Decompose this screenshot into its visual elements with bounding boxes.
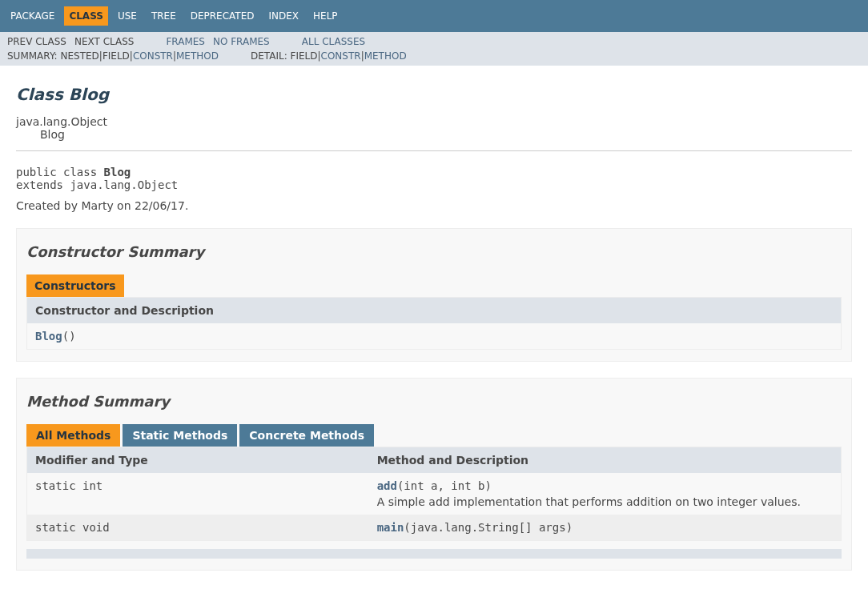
page-title: Class Blog: [16, 85, 852, 104]
method-summary-heading: Method Summary: [26, 393, 842, 410]
table-row: Blog(): [27, 323, 842, 350]
constructor-link[interactable]: Blog: [35, 330, 62, 343]
method-col2-header: Method and Description: [369, 447, 842, 474]
tab-concrete-methods[interactable]: Concrete Methods: [239, 424, 374, 447]
topnav-link-index[interactable]: INDEX: [269, 10, 299, 22]
table-row: static intadd(int a, int b)A simple add …: [27, 473, 842, 515]
topnav-item-package[interactable]: PACKAGE: [6, 6, 59, 26]
method-description: A simple add implementation that perform…: [377, 495, 833, 508]
method-params: (java.lang.String[] args): [404, 521, 573, 534]
inheritance-tree: java.lang.Object Blog: [16, 115, 852, 141]
method-col1-header: Modifier and Type: [27, 447, 369, 474]
summary-nested: NESTED: [61, 50, 99, 62]
summary-constr-link[interactable]: CONSTR: [133, 50, 173, 62]
inheritance-child: Blog: [16, 128, 852, 141]
method-summary-block: Method Summary All MethodsStatic Methods…: [16, 378, 852, 571]
topnav-link-use[interactable]: USE: [118, 10, 137, 22]
topnav-item-tree[interactable]: TREE: [147, 6, 181, 26]
constructor-params: (): [62, 330, 76, 343]
constructor-summary-heading: Constructor Summary: [26, 243, 842, 260]
method-link[interactable]: add: [377, 479, 397, 492]
table-row: static voidmain(java.lang.String[] args): [27, 515, 842, 541]
detail-field: FIELD: [291, 50, 318, 62]
topnav-link-tree[interactable]: TREE: [151, 10, 176, 22]
topnav-item-deprecated[interactable]: DEPRECATED: [186, 6, 259, 26]
method-link[interactable]: main: [377, 521, 404, 534]
topnav-link-deprecated[interactable]: DEPRECATED: [191, 10, 255, 22]
inherited-methods-bar: [26, 549, 842, 559]
prev-class: PREV CLASS: [7, 36, 66, 47]
method-modifier: static void: [27, 515, 369, 541]
noframes-link[interactable]: NO FRAMES: [213, 36, 270, 47]
tab-static-methods[interactable]: Static Methods: [123, 424, 237, 447]
method-table: Modifier and Type Method and Description…: [26, 447, 842, 541]
constructor-col-header: Constructor and Description: [27, 298, 842, 324]
method-modifier: static int: [27, 473, 369, 515]
detail-label: DETAIL:: [251, 50, 287, 62]
frames-link[interactable]: FRAMES: [166, 36, 205, 47]
topnav-item-use[interactable]: USE: [113, 6, 142, 26]
method-params: (int a, int b): [397, 479, 492, 492]
topnav-item-help[interactable]: HELP: [308, 6, 343, 26]
constructors-caption: Constructors: [26, 274, 124, 297]
constructor-table: Constructor and Description Blog(): [26, 297, 842, 350]
tab-all-methods[interactable]: All Methods: [26, 424, 120, 447]
topnav-link-package[interactable]: PACKAGE: [10, 10, 54, 22]
summary-method-link[interactable]: METHOD: [176, 50, 219, 62]
inheritance-parent: java.lang.Object: [16, 115, 852, 128]
next-class: NEXT CLASS: [74, 36, 135, 47]
allclasses-link[interactable]: ALL CLASSES: [302, 36, 365, 47]
topnav-item-class[interactable]: CLASS: [64, 6, 108, 26]
summary-label: SUMMARY:: [7, 50, 58, 62]
sub-navigation: PREV CLASS NEXT CLASS FRAMES NO FRAMES A…: [0, 32, 868, 66]
summary-field: FIELD: [102, 50, 130, 62]
top-navigation: PACKAGECLASSUSETREEDEPRECATEDINDEXHELP: [0, 0, 868, 32]
detail-method-link[interactable]: METHOD: [364, 50, 407, 62]
class-declaration: public class Blog extends java.lang.Obje…: [16, 166, 852, 191]
detail-constr-link[interactable]: CONSTR: [321, 50, 361, 62]
topnav-link-help[interactable]: HELP: [313, 10, 338, 22]
class-description: Created by Marty on 22/06/17.: [16, 199, 852, 212]
constructor-summary-block: Constructor Summary Constructors Constru…: [16, 228, 852, 362]
topnav-item-index[interactable]: INDEX: [264, 6, 304, 26]
